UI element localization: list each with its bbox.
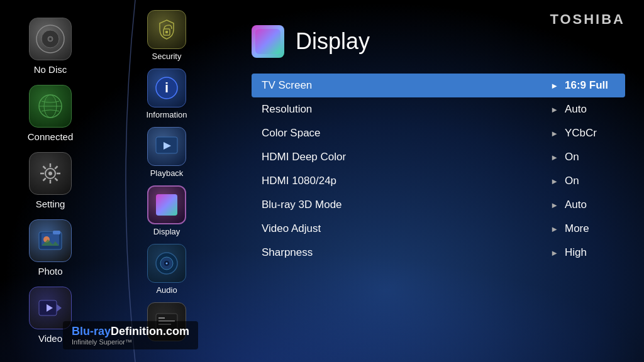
svg-rect-36 — [158, 317, 165, 319]
setting-value-hdmi-deep-color: On — [565, 151, 615, 163]
submenu-label-information: Information — [146, 110, 187, 119]
submenu-item-audio[interactable]: Audio — [129, 240, 204, 299]
setting-row-video-adjust[interactable]: Video Adjust ► More — [252, 217, 625, 241]
svg-text:i: i — [165, 80, 169, 96]
no-disc-icon — [29, 18, 72, 60]
sidebar-item-connected[interactable]: Connected — [6, 80, 94, 147]
setting-name-video-adjust: Video Adjust — [262, 222, 550, 235]
svg-point-8 — [48, 172, 52, 175]
submenu-item-playback[interactable]: Playback — [129, 123, 204, 182]
sidebar-label-no-disc: No Disc — [34, 64, 67, 75]
setting-name-resolution: Resolution — [262, 103, 550, 116]
svg-line-13 — [43, 167, 46, 169]
sidebar-label-photo: Photo — [38, 266, 62, 277]
watermark: Blu-rayDefinition.com Infinitely Superio… — [63, 321, 198, 349]
security-icon — [147, 10, 186, 49]
setting-value-video-adjust: More — [565, 222, 615, 235]
svg-line-15 — [55, 167, 57, 169]
svg-marker-22 — [57, 304, 62, 312]
setting-row-color-space[interactable]: Color Space ► YCbCr — [252, 121, 625, 145]
svg-point-34 — [166, 263, 168, 265]
setting-name-color-space: Color Space — [262, 127, 550, 140]
setting-value-color-space: YCbCr — [565, 127, 615, 140]
submenu-label-playback: Playback — [150, 168, 184, 178]
display-sub-icon — [147, 185, 186, 224]
setting-arrow-3: ► — [550, 153, 558, 162]
display-title: Display — [296, 28, 370, 55]
setting-arrow-5: ► — [550, 200, 558, 210]
setting-arrow-0: ► — [550, 81, 558, 90]
svg-rect-19 — [53, 231, 60, 234]
setting-row-resolution[interactable]: Resolution ► Auto — [252, 97, 625, 121]
setting-row-tv-screen[interactable]: TV Screen ► 16:9 Full — [252, 74, 625, 97]
setting-value-sharpness: High — [565, 246, 615, 259]
setting-name-sharpness: Sharpness — [262, 246, 550, 259]
submenu-label-display: Display — [153, 227, 180, 236]
setting-arrow-1: ► — [550, 105, 558, 114]
sidebar-item-setting[interactable]: Setting — [6, 147, 94, 214]
setting-name-tv-screen: TV Screen — [262, 79, 550, 92]
setting-value-resolution: Auto — [565, 103, 615, 116]
setting-arrow-7: ► — [550, 248, 558, 258]
svg-line-14 — [55, 178, 57, 180]
connected-icon — [29, 85, 72, 128]
playback-icon — [147, 127, 186, 166]
setting-name-bluray-3d: Blu-ray 3D Mode — [262, 199, 550, 211]
svg-rect-39 — [255, 29, 280, 54]
submenu-label-audio: Audio — [156, 285, 177, 295]
setting-value-tv-screen: 16:9 Full — [565, 79, 615, 92]
setting-row-bluray-3d[interactable]: Blu-ray 3D Mode ► Auto — [252, 193, 625, 217]
sidebar-label-video: Video — [38, 333, 62, 344]
setting-row-sharpness[interactable]: Sharpness ► High — [252, 241, 625, 265]
svg-line-16 — [43, 178, 46, 180]
setting-row-hdmi-1080[interactable]: HDMI 1080/24p ► On — [252, 169, 625, 193]
setting-arrow-6: ► — [550, 224, 558, 234]
sidebar-middle: Security i Information Playback — [126, 0, 208, 362]
submenu-label-security: Security — [152, 52, 182, 61]
setting-value-hdmi-1080: On — [565, 175, 615, 187]
watermark-sub: Infinitely Superior™ — [72, 338, 189, 346]
submenu-item-information[interactable]: i Information — [129, 65, 204, 123]
main-content: Display TV Screen ► 16:9 Full Resolution… — [239, 0, 644, 362]
svg-rect-30 — [156, 194, 177, 216]
submenu-item-display[interactable]: Display — [129, 182, 204, 240]
display-header: Display — [252, 25, 625, 58]
watermark-part2: Definition.com — [111, 325, 189, 337]
sidebar-item-photo[interactable]: Photo — [6, 214, 94, 282]
photo-icon — [29, 219, 72, 262]
svg-rect-25 — [165, 31, 168, 33]
sidebar-left: No Disc Connected — [0, 0, 101, 362]
watermark-part1: Blu-ray — [72, 325, 111, 337]
setting-value-bluray-3d: Auto — [565, 199, 615, 211]
setting-arrow-4: ► — [550, 177, 558, 186]
display-icon — [252, 25, 284, 58]
submenu-item-security[interactable]: Security — [129, 6, 204, 65]
sidebar-item-no-disc[interactable]: No Disc — [6, 13, 94, 80]
svg-point-3 — [50, 38, 52, 40]
watermark-text: Blu-rayDefinition.com — [72, 325, 189, 338]
setting-name-hdmi-1080: HDMI 1080/24p — [262, 175, 550, 187]
information-icon: i — [147, 69, 186, 107]
setting-arrow-2: ► — [550, 129, 558, 138]
audio-icon — [147, 244, 186, 283]
sidebar-label-connected: Connected — [28, 131, 74, 142]
setting-name-hdmi-deep-color: HDMI Deep Color — [262, 151, 550, 163]
setting-row-hdmi-deep-color[interactable]: HDMI Deep Color ► On — [252, 145, 625, 169]
settings-list: TV Screen ► 16:9 Full Resolution ► Auto … — [252, 74, 625, 265]
sidebar-label-setting: Setting — [36, 199, 65, 209]
setting-icon — [29, 152, 72, 195]
